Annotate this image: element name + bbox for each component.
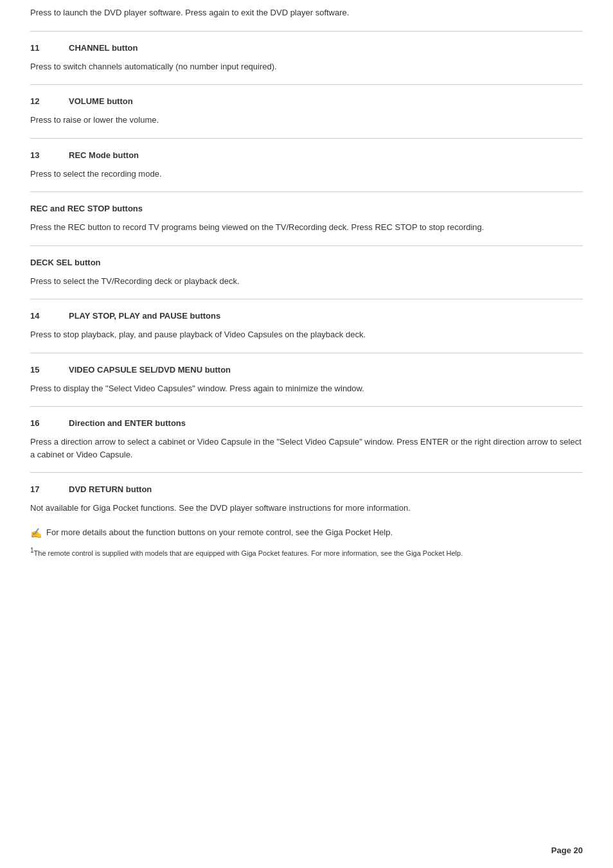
section-14: 14 PLAY STOP, PLAY and PAUSE buttons Pre… bbox=[30, 311, 583, 341]
section-divider-15 bbox=[30, 353, 583, 353]
section-divider-11 bbox=[30, 31, 583, 31]
section-rec-body: Press the REC button to record TV progra… bbox=[30, 221, 583, 234]
section-13-number: 13 bbox=[30, 150, 69, 160]
section-12-body: Press to raise or lower the volume. bbox=[30, 114, 583, 127]
section-11-title: CHANNEL button bbox=[69, 43, 138, 53]
section-11-number: 11 bbox=[30, 43, 69, 53]
section-divider-17 bbox=[30, 472, 583, 473]
section-15-number: 15 bbox=[30, 365, 69, 375]
page-content: Press to launch the DVD player software.… bbox=[0, 0, 613, 597]
section-14-number: 14 bbox=[30, 311, 69, 321]
section-deck-title: DECK SEL button bbox=[30, 258, 583, 267]
section-15-body: Press to display the "Select Video Capsu… bbox=[30, 382, 583, 395]
section-16-number: 16 bbox=[30, 418, 69, 428]
section-deck-body: Press to select the TV/Recording deck or… bbox=[30, 275, 583, 288]
section-divider-16 bbox=[30, 406, 583, 407]
section-15: 15 VIDEO CAPSULE SEL/DVD MENU button Pre… bbox=[30, 365, 583, 395]
section-17: 17 DVD RETURN button Not available for G… bbox=[30, 484, 583, 515]
section-17-title: DVD RETURN button bbox=[69, 484, 152, 494]
section-rec: REC and REC STOP buttons Press the REC b… bbox=[30, 204, 583, 234]
section-13-title: REC Mode button bbox=[69, 150, 139, 160]
section-deck: DECK SEL button Press to select the TV/R… bbox=[30, 258, 583, 288]
section-16-title: Direction and ENTER buttons bbox=[69, 418, 186, 428]
section-14-heading: 14 PLAY STOP, PLAY and PAUSE buttons bbox=[30, 311, 583, 321]
section-17-number: 17 bbox=[30, 484, 69, 494]
section-divider-14 bbox=[30, 299, 583, 299]
section-11-heading: 11 CHANNEL button bbox=[30, 43, 583, 53]
footnote-text: The remote control is supplied with mode… bbox=[34, 549, 463, 557]
section-12-title: VOLUME button bbox=[69, 96, 133, 106]
intro-text: Press to launch the DVD player software.… bbox=[30, 6, 583, 19]
section-14-body: Press to stop playback, play, and pause … bbox=[30, 328, 583, 341]
section-16-heading: 16 Direction and ENTER buttons bbox=[30, 418, 583, 428]
footnote: 1The remote control is supplied with mod… bbox=[30, 545, 583, 558]
section-divider-13 bbox=[30, 138, 583, 139]
section-16-body: Press a direction arrow to select a cabi… bbox=[30, 436, 583, 461]
section-15-heading: 15 VIDEO CAPSULE SEL/DVD MENU button bbox=[30, 365, 583, 375]
section-divider-12 bbox=[30, 84, 583, 85]
note-block: ✍️ For more details about the function b… bbox=[30, 526, 583, 541]
section-17-body: Not available for Giga Pocket functions.… bbox=[30, 502, 583, 515]
section-13: 13 REC Mode button Press to select the r… bbox=[30, 150, 583, 181]
section-12-heading: 12 VOLUME button bbox=[30, 96, 583, 106]
note-text: For more details about the function butt… bbox=[46, 526, 393, 539]
page-number: Page 20 bbox=[551, 846, 583, 855]
section-17-heading: 17 DVD RETURN button bbox=[30, 484, 583, 494]
section-11-body: Press to switch channels automatically (… bbox=[30, 60, 583, 73]
section-13-heading: 13 REC Mode button bbox=[30, 150, 583, 160]
section-11: 11 CHANNEL button Press to switch channe… bbox=[30, 43, 583, 73]
section-divider-deck bbox=[30, 245, 583, 246]
section-divider-rec bbox=[30, 191, 583, 192]
section-12: 12 VOLUME button Press to raise or lower… bbox=[30, 96, 583, 127]
section-16: 16 Direction and ENTER buttons Press a d… bbox=[30, 418, 583, 461]
section-rec-title: REC and REC STOP buttons bbox=[30, 204, 583, 213]
section-13-body: Press to select the recording mode. bbox=[30, 168, 583, 181]
note-icon: ✍️ bbox=[30, 526, 42, 541]
section-14-title: PLAY STOP, PLAY and PAUSE buttons bbox=[69, 311, 220, 321]
section-12-number: 12 bbox=[30, 96, 69, 106]
section-15-title: VIDEO CAPSULE SEL/DVD MENU button bbox=[69, 365, 231, 375]
